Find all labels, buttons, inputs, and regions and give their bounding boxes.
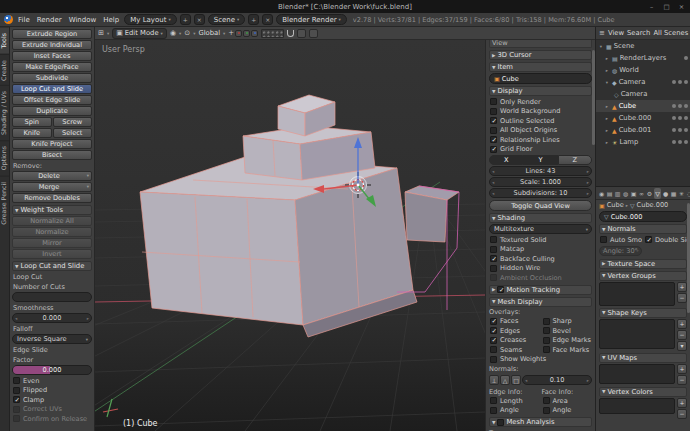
particles-tab[interactable]: ✳	[678, 188, 685, 199]
outliner-row-cube-001[interactable]: ▸▲Cube.001	[596, 124, 690, 136]
relationship-lines-checkbox[interactable]: Relationship Lines	[489, 135, 592, 145]
close-button[interactable]: ×	[674, 0, 689, 13]
modifiers-tab[interactable]: ⚙	[646, 188, 653, 199]
visibility-toggle-icons[interactable]	[672, 128, 688, 132]
outliner-editor-icon[interactable]: ≡	[599, 29, 605, 37]
editor-type-icon[interactable]: ⊞	[98, 29, 104, 37]
flipped-checkbox[interactable]: Flipped	[12, 386, 92, 396]
object-data-tab[interactable]: ▽	[654, 188, 661, 199]
expand-caret-icon[interactable]: ▸	[604, 68, 610, 73]
menu-file[interactable]: File	[16, 16, 32, 24]
physics-tab[interactable]: ◌	[686, 188, 690, 199]
display-panel-header[interactable]: Display	[489, 86, 592, 96]
menu-render[interactable]: Render	[35, 16, 64, 24]
factor-slider[interactable]: 0.000	[12, 365, 92, 375]
scene-tab[interactable]: ▥	[614, 188, 621, 199]
add-layout-button[interactable]: +	[180, 14, 191, 25]
knife-select-button[interactable]: Select	[53, 128, 93, 138]
backface-culling-checkbox[interactable]: Backface Culling	[489, 254, 592, 264]
split-normals-icon[interactable]: △	[500, 375, 510, 385]
show-weights-checkbox[interactable]: Show Weights	[489, 355, 592, 365]
mesh-name-field[interactable]: ▽Cube.000	[599, 211, 687, 222]
duplicate-button[interactable]: Duplicate	[12, 106, 92, 116]
falloff-dropdown[interactable]: Inverse Square	[12, 334, 92, 344]
correct-uvs-checkbox[interactable]: Correct UVs	[12, 405, 92, 415]
delete-layout-button[interactable]: ×	[194, 14, 205, 25]
edges-checkbox[interactable]: Edges	[489, 326, 540, 336]
merge-menu-button[interactable]: Merge	[12, 182, 92, 192]
face-angle-checkbox[interactable]: Angle	[542, 406, 593, 416]
scene-selector[interactable]: Scene▾	[208, 14, 246, 25]
screen-layout-selector[interactable]: My Layout▾	[124, 14, 176, 25]
invert-button[interactable]: Invert	[12, 249, 92, 259]
manipulator-cross-icon[interactable]: +	[228, 29, 234, 37]
matcap-checkbox[interactable]: Matcap	[489, 245, 592, 255]
translate-manipulator-icon[interactable]	[235, 30, 242, 37]
edge-angle-checkbox[interactable]: Angle	[489, 406, 540, 416]
checkbox-box[interactable]	[497, 419, 504, 426]
toggle-quad-view-button[interactable]: Toggle Quad View	[489, 200, 592, 211]
vertex-colors-panel-header[interactable]: Vertex Colors	[599, 387, 687, 397]
item-name-field[interactable]: ▣Cube	[489, 73, 592, 84]
menu-help[interactable]: Help	[101, 16, 121, 24]
offset-edge-slide-button[interactable]: Offset Edge Slide	[12, 95, 92, 105]
material-tab[interactable]: ●	[662, 188, 669, 199]
bisect-button[interactable]: Bisect	[12, 150, 92, 160]
visibility-toggle-icons[interactable]	[672, 80, 688, 84]
expand-caret-icon[interactable]: ▾	[604, 80, 610, 85]
add-vertex-group-button[interactable]: +	[677, 282, 687, 292]
view-panel-header[interactable]: View	[489, 40, 592, 48]
shelf-tab-grease-pencil[interactable]: Grease Pencil	[0, 176, 10, 230]
add-scene-button[interactable]: +	[248, 14, 259, 25]
outliner-row-camera[interactable]: ▾◆Camera	[596, 76, 690, 88]
auto-smooth-checkbox[interactable]: Auto Smooth	[599, 235, 642, 245]
maximize-button[interactable]: □	[659, 0, 674, 13]
extrude-individual-button[interactable]: Extrude Individual	[12, 40, 92, 50]
knife-button[interactable]: Knife	[12, 128, 52, 138]
normals-panel-header[interactable]: Normals	[599, 224, 687, 234]
expand-caret-icon[interactable]: ▸	[604, 56, 610, 61]
properties-scrollbar[interactable]	[687, 203, 690, 313]
outliner-row-renderlayers[interactable]: ▸▤RenderLayers	[596, 52, 690, 64]
screw-button[interactable]: Screw	[53, 117, 93, 127]
subdivide-button[interactable]: Subdivide	[12, 73, 92, 83]
checkbox-box[interactable]	[497, 286, 504, 293]
knife-project-button[interactable]: Knife Project	[12, 139, 92, 149]
delete-scene-button[interactable]: ×	[262, 14, 273, 25]
shape-key-specials-button[interactable]: ▾	[677, 341, 687, 351]
remove-vertex-color-button[interactable]: −	[677, 409, 687, 419]
outliner-view-menu[interactable]: View	[608, 29, 624, 37]
add-shape-key-button[interactable]: +	[677, 319, 687, 329]
vertex-colors-list[interactable]	[599, 398, 675, 414]
render-opengl-icon[interactable]	[297, 29, 306, 38]
visibility-toggle-icons[interactable]	[672, 116, 688, 120]
remove-vertex-group-button[interactable]: −	[677, 293, 687, 303]
outliner-scope-dropdown[interactable]: All Scenes	[653, 29, 688, 37]
smoothness-field[interactable]: 0.000	[12, 313, 92, 323]
mirror-button[interactable]: Mirror	[12, 238, 92, 248]
normalize-button[interactable]: Normalize	[12, 227, 92, 237]
outliner-row-cube-000[interactable]: ▸▲Cube.000	[596, 112, 690, 124]
all-object-origins-checkbox[interactable]: All Object Origins	[489, 126, 592, 136]
edge-length-checkbox[interactable]: Length	[489, 396, 540, 406]
shading-panel-header[interactable]: Shading	[489, 213, 592, 223]
clamp-checkbox[interactable]: Clamp	[12, 395, 92, 405]
shape-keys-panel-header[interactable]: Shape Keys	[599, 308, 687, 318]
render-toggle-icons[interactable]	[684, 56, 688, 60]
texture-tab[interactable]: ▦	[670, 188, 677, 199]
textured-solid-checkbox[interactable]: Textured Solid	[489, 235, 592, 245]
expand-caret-icon[interactable]: ▾	[598, 44, 604, 49]
render-layers-tab[interactable]: ▤	[606, 188, 613, 199]
menu-window[interactable]: Window	[67, 16, 99, 24]
bevel-checkbox[interactable]: Bevel	[542, 326, 593, 336]
normals-size-field[interactable]: 0.10	[522, 375, 592, 385]
mode-dropdown[interactable]: ▣Edit Mode▾	[112, 28, 167, 39]
auto-smooth-angle-field[interactable]: Angle: 30°	[599, 246, 642, 256]
shelf-tab-shading-uvs[interactable]: Shading / UVs	[0, 85, 10, 140]
seams-checkbox[interactable]: Seams	[489, 345, 540, 355]
layers-widget[interactable]	[261, 29, 284, 38]
world-background-checkbox[interactable]: World Background	[489, 107, 592, 117]
sharp-checkbox[interactable]: Sharp	[542, 317, 593, 327]
cursor-panel-header[interactable]: 3D Cursor	[489, 50, 592, 60]
vertex-groups-list[interactable]	[599, 282, 675, 306]
